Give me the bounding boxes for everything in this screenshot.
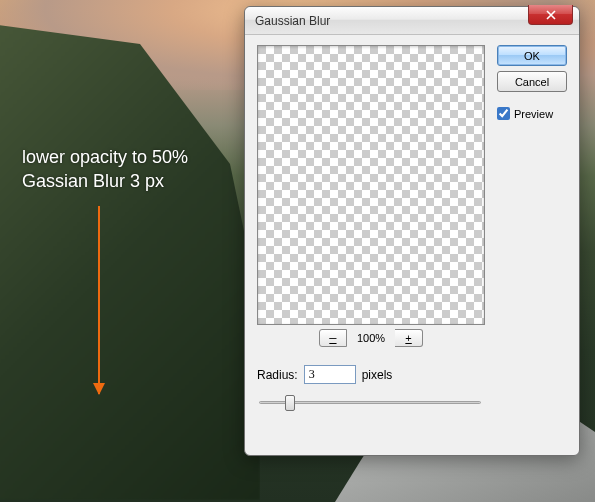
dialog-title: Gaussian Blur: [255, 14, 330, 28]
annotation-line1: lower opacity to 50%: [22, 145, 188, 169]
preview-canvas[interactable]: [257, 45, 485, 325]
close-icon: [546, 10, 556, 20]
radius-unit: pixels: [362, 368, 393, 382]
dialog-titlebar[interactable]: Gaussian Blur: [245, 7, 579, 35]
ok-button[interactable]: OK: [497, 45, 567, 66]
radius-input[interactable]: [304, 365, 356, 384]
close-button[interactable]: [528, 5, 573, 25]
preview-checkbox-row[interactable]: Preview: [497, 107, 567, 120]
zoom-in-button[interactable]: +: [395, 329, 423, 347]
annotation-arrow: [98, 206, 100, 394]
preview-label: Preview: [514, 108, 553, 120]
radius-slider[interactable]: [257, 392, 483, 412]
zoom-level: 100%: [347, 332, 395, 344]
radius-label: Radius:: [257, 368, 298, 382]
slider-thumb[interactable]: [285, 395, 295, 411]
preview-checkbox[interactable]: [497, 107, 510, 120]
gaussian-blur-dialog: Gaussian Blur – 100% + Radius: pixels: [244, 6, 580, 456]
annotation-text: lower opacity to 50% Gassian Blur 3 px: [22, 145, 188, 194]
zoom-out-button[interactable]: –: [319, 329, 347, 347]
annotation-line2: Gassian Blur 3 px: [22, 169, 188, 193]
cancel-button[interactable]: Cancel: [497, 71, 567, 92]
